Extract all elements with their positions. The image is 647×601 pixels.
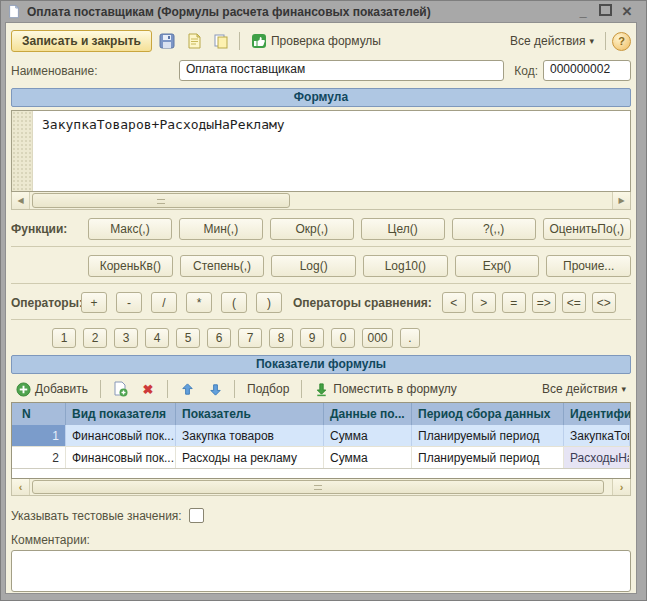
- all-actions-button[interactable]: Все действия ▾: [505, 32, 599, 50]
- test-values-row: Указывать тестовые значения:: [11, 508, 631, 523]
- scroll-left-icon[interactable]: ◀: [12, 192, 30, 209]
- cell-row-number: 2: [12, 447, 66, 468]
- table-all-actions-button[interactable]: Все действия ▾: [537, 380, 631, 398]
- reread-button[interactable]: [182, 30, 206, 52]
- test-values-checkbox[interactable]: [189, 508, 204, 523]
- formula-editor[interactable]: ЗакупкаТоваров+РасходыНаРекламу: [11, 110, 631, 192]
- scroll-right-icon[interactable]: ›: [612, 479, 630, 495]
- indicators-toolbar: Добавить ✖ Подбор Поместить в формулу: [11, 376, 631, 402]
- all-actions-label: Все действия: [510, 34, 585, 48]
- function-exp-button[interactable]: Exp(): [455, 255, 540, 277]
- operator-minus-button[interactable]: -: [116, 292, 142, 313]
- table-scroll-track[interactable]: [30, 479, 612, 495]
- digit-2-button[interactable]: 2: [83, 328, 107, 348]
- add-row-button[interactable]: Добавить: [11, 380, 93, 399]
- digit-4-button[interactable]: 4: [145, 328, 169, 348]
- minimize-button[interactable]: _: [575, 4, 591, 19]
- operator-divide-button[interactable]: /: [151, 292, 177, 313]
- operator-plus-button[interactable]: +: [81, 292, 107, 313]
- maximize-button[interactable]: [597, 4, 613, 19]
- code-input[interactable]: 000000002: [543, 60, 631, 81]
- editor-scroll-track[interactable]: [30, 192, 612, 209]
- save-and-close-button[interactable]: Записать и закрыть: [11, 30, 152, 52]
- compare-less-button[interactable]: <: [442, 292, 466, 313]
- digit-7-button[interactable]: 7: [238, 328, 262, 348]
- copy-row-button[interactable]: [108, 378, 132, 400]
- operators-label: Операторы:: [11, 296, 81, 310]
- table-horizontal-scrollbar[interactable]: ‹ ›: [11, 479, 631, 496]
- column-header-data[interactable]: Данные по...: [324, 403, 412, 425]
- move-up-button[interactable]: [175, 378, 199, 400]
- operator-multiply-button[interactable]: *: [186, 292, 212, 313]
- editor-scroll-thumb[interactable]: [32, 193, 290, 208]
- cell-indicator: Расходы на рекламу: [176, 447, 324, 468]
- column-header-kind[interactable]: Вид показателя: [66, 403, 176, 425]
- digit-1-button[interactable]: 1: [52, 328, 76, 348]
- compare-less-equal-button[interactable]: <=: [562, 292, 586, 313]
- copy-button[interactable]: [209, 30, 233, 52]
- function-sqrt-button[interactable]: КореньКв(): [88, 255, 173, 277]
- toolbar-separator: [100, 380, 101, 398]
- digit-dot-button[interactable]: .: [400, 328, 420, 348]
- main-toolbar: Записать и закрыть Проверка формулы Все …: [11, 27, 631, 55]
- table-row[interactable]: 1 Финансовый пок... Закупка товаров Сумм…: [12, 425, 630, 446]
- function-log-button[interactable]: Log(): [271, 255, 356, 277]
- table-all-actions-label: Все действия: [542, 382, 617, 396]
- function-log10-button[interactable]: Log10(): [363, 255, 448, 277]
- function-other-button[interactable]: Прочие...: [546, 255, 631, 277]
- arrow-up-icon: [180, 382, 195, 397]
- digit-3-button[interactable]: 3: [114, 328, 138, 348]
- comments-input[interactable]: [11, 550, 631, 592]
- operators-row: Операторы: + - / * ( ) Операторы сравнен…: [11, 292, 631, 313]
- operator-open-paren-button[interactable]: (: [221, 292, 247, 313]
- move-down-button[interactable]: [203, 378, 227, 400]
- check-formula-button[interactable]: Проверка формулы: [246, 31, 386, 51]
- compare-greater-equal-button[interactable]: =>: [532, 292, 556, 313]
- titlebar: Оплата поставщикам (Формулы расчета фина…: [5, 1, 637, 22]
- arrow-down-icon: [208, 382, 223, 397]
- operator-close-paren-button[interactable]: ): [256, 292, 282, 313]
- scroll-left-icon[interactable]: ‹: [12, 479, 30, 495]
- scroll-right-icon[interactable]: ▶: [612, 192, 630, 209]
- functions-row-2: КореньКв() Степень(,) Log() Log10() Exp(…: [11, 255, 631, 277]
- column-header-indicator[interactable]: Показатель: [176, 403, 324, 425]
- digit-9-button[interactable]: 9: [300, 328, 324, 348]
- function-int-button[interactable]: Цел(): [361, 218, 445, 240]
- separator: [11, 283, 631, 284]
- column-header-n[interactable]: N: [12, 403, 66, 425]
- digit-5-button[interactable]: 5: [176, 328, 200, 348]
- place-in-formula-button[interactable]: Поместить в формулу: [309, 380, 462, 399]
- column-header-period[interactable]: Период сбора данных: [412, 403, 564, 425]
- function-pow-button[interactable]: Степень(,): [180, 255, 265, 277]
- digit-000-button[interactable]: 000: [362, 328, 393, 348]
- editor-horizontal-scrollbar[interactable]: ◀ ▶: [11, 192, 631, 210]
- functions-row-1: Функции: Макс(,) Мин(,) Окр(,) Цел() ?(,…: [11, 218, 631, 240]
- delete-row-button[interactable]: ✖: [136, 378, 160, 400]
- table-empty-area: [12, 469, 630, 478]
- close-button[interactable]: ✕: [619, 4, 635, 19]
- toolbar-separator: [301, 380, 302, 398]
- check-formula-label: Проверка формулы: [271, 34, 381, 48]
- table-row[interactable]: 2 Финансовый пок... Расходы на рекламу С…: [12, 446, 630, 469]
- name-input[interactable]: Оплата поставщикам: [179, 60, 504, 81]
- pick-button[interactable]: Подбор: [242, 380, 294, 398]
- save-button[interactable]: [155, 30, 179, 52]
- column-header-identifier[interactable]: Идентификатор: [564, 403, 630, 425]
- table-scroll-thumb[interactable]: [32, 480, 604, 494]
- compare-not-equal-button[interactable]: <>: [592, 292, 616, 313]
- function-evaluate-button[interactable]: ОценитьПо(,): [543, 218, 631, 240]
- compare-greater-button[interactable]: >: [472, 292, 496, 313]
- toolbar-separator: [234, 380, 235, 398]
- digit-0-button[interactable]: 0: [331, 328, 355, 348]
- function-max-button[interactable]: Макс(,): [88, 218, 172, 240]
- app-window: Оплата поставщикам (Формулы расчета фина…: [0, 0, 647, 601]
- help-button[interactable]: ?: [612, 32, 631, 51]
- function-round-button[interactable]: Окр(,): [270, 218, 354, 240]
- function-min-button[interactable]: Мин(,): [179, 218, 263, 240]
- comments-label: Комментарии:: [11, 533, 631, 547]
- function-ternary-button[interactable]: ?(,,): [452, 218, 536, 240]
- compare-equal-button[interactable]: =: [502, 292, 526, 313]
- separator: [11, 319, 631, 320]
- digit-6-button[interactable]: 6: [207, 328, 231, 348]
- digit-8-button[interactable]: 8: [269, 328, 293, 348]
